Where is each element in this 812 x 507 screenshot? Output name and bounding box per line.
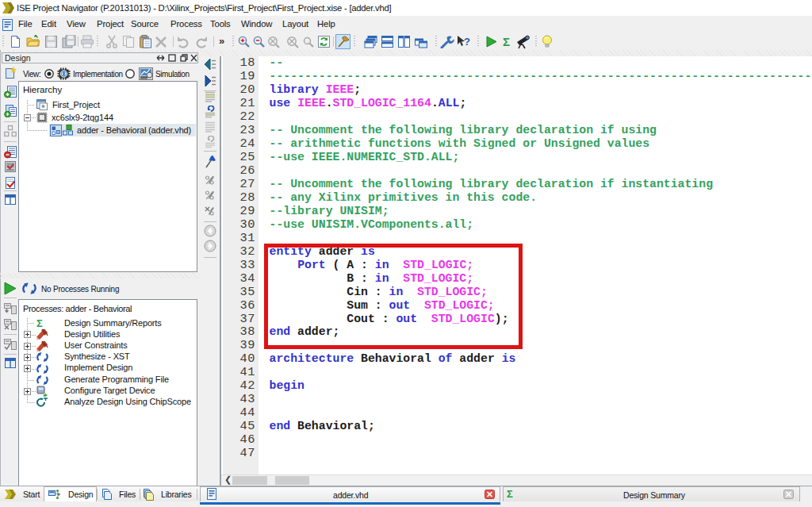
svg-text:?: ? <box>464 36 470 48</box>
